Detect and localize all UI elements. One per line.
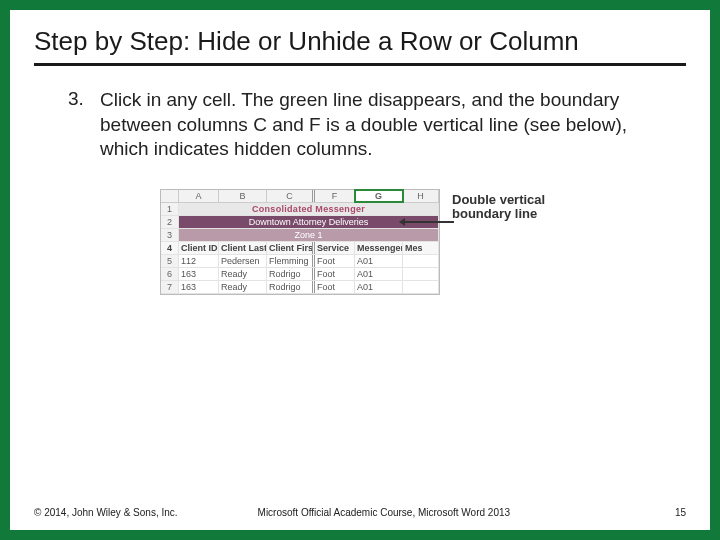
zone-label: Zone 1 xyxy=(179,229,439,241)
slide-title: Step by Step: Hide or Unhide a Row or Co… xyxy=(34,26,686,66)
col-G-selected: G xyxy=(355,190,403,202)
callout: Double vertical boundary line xyxy=(452,193,562,222)
page-number: 15 xyxy=(656,507,686,518)
table-row: 5 112 Pedersen Flemming Foot A01 xyxy=(161,255,439,268)
column-headers: A B C F G H xyxy=(161,190,439,203)
sheet-title: Consolidated Messenger xyxy=(179,203,439,215)
course-name: Microsoft Official Academic Course, Micr… xyxy=(178,507,656,518)
table-header: 4 Client ID Client Last Client First Ser… xyxy=(161,242,439,255)
callout-label: Double vertical boundary line xyxy=(452,193,562,222)
col-A: A xyxy=(179,190,219,202)
step-number: 3. xyxy=(68,88,100,161)
arrow-icon xyxy=(404,221,454,223)
excel-figure: A B C F G H 1Consolidated Messenger 2Dow… xyxy=(160,189,560,295)
step-text: Click in any cell. The green line disapp… xyxy=(100,88,686,161)
table-row: 6 163 Ready Rodrigo Foot A01 xyxy=(161,268,439,281)
spreadsheet: A B C F G H 1Consolidated Messenger 2Dow… xyxy=(160,189,440,295)
col-C: C xyxy=(267,190,315,202)
col-B: B xyxy=(219,190,267,202)
table-row: 7 163 Ready Rodrigo Foot A01 xyxy=(161,281,439,294)
col-H: H xyxy=(403,190,439,202)
copyright: © 2014, John Wiley & Sons, Inc. xyxy=(34,507,178,518)
col-F: F xyxy=(315,190,355,202)
